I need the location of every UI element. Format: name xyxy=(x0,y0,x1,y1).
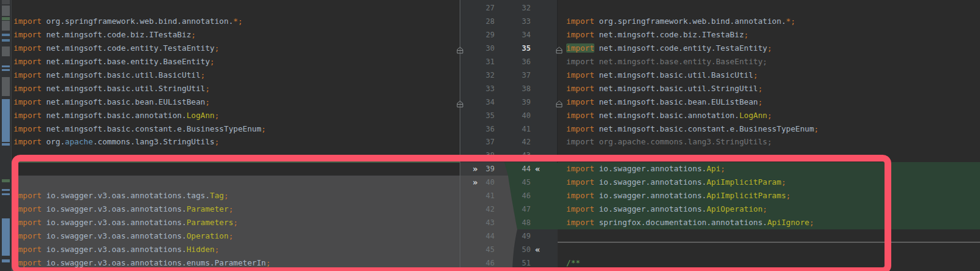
change-marker xyxy=(2,99,10,142)
code-token: apache xyxy=(65,137,93,146)
right-code-line[interactable]: import org.apache.commons.lang3.StringUt… xyxy=(566,135,772,149)
code-token: ; xyxy=(754,70,758,80)
code-token: ; xyxy=(758,97,763,106)
left-line-number: 35 xyxy=(460,109,495,122)
code-token: import xyxy=(566,84,594,93)
right-line-number: 33 xyxy=(497,15,531,28)
code-token: import xyxy=(566,30,594,39)
right-code-line[interactable]: import net.mingsoft.basic.bean.EUListBea… xyxy=(566,95,763,109)
left-line-number: 33 xyxy=(460,82,495,95)
gutter-row: 3439 xyxy=(460,95,558,109)
code-token: ; xyxy=(214,43,219,53)
right-line-number: 42 xyxy=(497,135,531,149)
right-line-number: 39 xyxy=(497,95,531,109)
left-code-line[interactable]: import net.mingsoft.basic.constant.e.Bus… xyxy=(13,122,266,136)
left-code-line[interactable]: import org.apache.commons.lang3.StringUt… xyxy=(13,135,219,149)
gutter-row: 3136 xyxy=(460,55,558,69)
code-token: import xyxy=(13,57,42,66)
code-token: ; xyxy=(214,111,219,120)
code-token: import xyxy=(13,30,42,39)
code-token: import org.apache.commons.lang3.StringUt… xyxy=(566,137,772,146)
right-code-line[interactable]: import net.mingsoft.basic.util.StringUti… xyxy=(566,82,763,95)
code-token: import xyxy=(13,111,42,120)
left-line-number: 29 xyxy=(460,28,495,42)
code-token: ; xyxy=(205,97,210,106)
code-token: net.mingsoft.basic.util.BasicUtil xyxy=(42,70,201,80)
right-code-line[interactable]: import net.mingsoft.code.entity.TestaEnt… xyxy=(566,42,772,55)
code-token: import xyxy=(13,97,42,106)
change-marker xyxy=(2,21,10,31)
fold-marker-icon[interactable] xyxy=(456,98,464,106)
code-token: import xyxy=(13,17,42,26)
left-line-number: 31 xyxy=(460,55,495,69)
code-token: net.mingsoft.code.biz.ITestaBiz xyxy=(42,30,191,39)
left-code-line[interactable]: import org.springframework.web.bind.anno… xyxy=(13,15,242,28)
right-code-line[interactable]: import net.mingsoft.basic.util.BasicUtil… xyxy=(566,69,758,82)
code-token: net.mingsoft.basic.constant.e.BusinessTy… xyxy=(42,124,261,133)
change-marker xyxy=(2,193,10,195)
change-marker xyxy=(2,189,10,191)
left-code-line[interactable]: import net.mingsoft.code.biz.ITestaBiz; xyxy=(13,28,196,42)
code-token: import xyxy=(13,70,42,80)
code-token: import xyxy=(13,137,42,146)
code-token: ; xyxy=(215,137,220,146)
code-token: *; xyxy=(786,17,795,26)
right-code-line[interactable]: import net.mingsoft.base.entity.BaseEnti… xyxy=(566,55,767,69)
right-code-line[interactable]: import org.springframework.web.bind.anno… xyxy=(566,15,795,28)
right-code-line[interactable]: import net.mingsoft.code.biz.ITestaBiz; xyxy=(566,28,749,42)
code-token: ; xyxy=(261,124,266,133)
code-token: *; xyxy=(233,17,242,26)
code-token: net.mingsoft.basic.util.StringUtil xyxy=(594,84,758,93)
code-token: LogAnn xyxy=(739,111,768,120)
code-token: net.mingsoft.basic.util.BasicUtil xyxy=(594,70,754,80)
left-code-line[interactable]: import net.mingsoft.basic.util.BasicUtil… xyxy=(13,69,205,82)
diff-viewer: { "palette":{ "editor_bg":"#2b2b2b","gut… xyxy=(0,0,980,271)
left-code-line[interactable]: import net.mingsoft.basic.annotation.Log… xyxy=(13,109,219,122)
change-marker xyxy=(2,0,10,4)
right-line-number: 35 xyxy=(497,42,531,55)
code-token: net.mingsoft.code.entity.TestaEntity xyxy=(42,43,215,53)
code-token: ; xyxy=(210,57,215,66)
left-code-line[interactable]: import net.mingsoft.basic.util.StringUti… xyxy=(13,82,210,95)
change-marker xyxy=(2,259,10,262)
gutter-row: 3540 xyxy=(460,109,558,122)
code-token: import xyxy=(566,70,594,80)
change-marker xyxy=(2,69,10,71)
code-token: import net.mingsoft.base.entity.BaseEnti… xyxy=(566,57,767,66)
right-line-number: 40 xyxy=(497,109,531,122)
left-line-number: 27 xyxy=(460,1,495,15)
code-token: import xyxy=(13,124,42,133)
code-token: .commons.lang3.StringUtils xyxy=(93,137,215,146)
left-marker-bar xyxy=(0,0,12,271)
left-code-line[interactable]: import net.mingsoft.code.entity.TestaEnt… xyxy=(13,42,219,55)
fold-marker-icon[interactable] xyxy=(456,45,464,52)
right-line-number: 38 xyxy=(497,82,531,95)
code-token: import xyxy=(13,43,42,53)
fold-marker-icon[interactable] xyxy=(555,45,563,52)
right-code-line[interactable]: import net.mingsoft.basic.constant.e.Bus… xyxy=(566,122,819,136)
annotation-highlight-box xyxy=(12,155,891,271)
code-token: net.mingsoft.basic.constant.e.BusinessTy… xyxy=(594,124,814,133)
change-marker xyxy=(2,34,10,36)
right-line-number: 36 xyxy=(497,55,531,69)
left-code-line[interactable]: import net.mingsoft.base.entity.BaseEnti… xyxy=(13,55,214,69)
fold-marker-icon[interactable] xyxy=(555,98,563,106)
right-code-line[interactable]: import net.mingsoft.basic.annotation.Log… xyxy=(566,109,772,122)
code-token: ; xyxy=(758,84,763,93)
code-token: net.mingsoft.code.entity.TestaEntity xyxy=(594,43,768,53)
code-token: net.mingsoft.basic.annotation. xyxy=(42,111,187,120)
left-line-number: 37 xyxy=(460,135,495,149)
gutter-row: 2732 xyxy=(460,1,558,15)
right-line-number: 34 xyxy=(497,28,531,42)
gutter-row: 3237 xyxy=(460,69,558,82)
change-marker xyxy=(2,218,10,256)
code-token: org.springframework.web.bind.annotation. xyxy=(594,17,786,26)
code-token: net.mingsoft.basic.annotation. xyxy=(594,111,739,120)
left-code-line[interactable]: import net.mingsoft.basic.bean.EUListBea… xyxy=(13,95,210,109)
code-token: import xyxy=(566,43,594,53)
code-token: import xyxy=(566,124,594,133)
change-marker xyxy=(2,65,10,67)
code-token: net.mingsoft.basic.bean.EUListBean xyxy=(42,97,205,106)
change-marker xyxy=(2,17,10,20)
gutter-row: 2934 xyxy=(460,28,558,42)
